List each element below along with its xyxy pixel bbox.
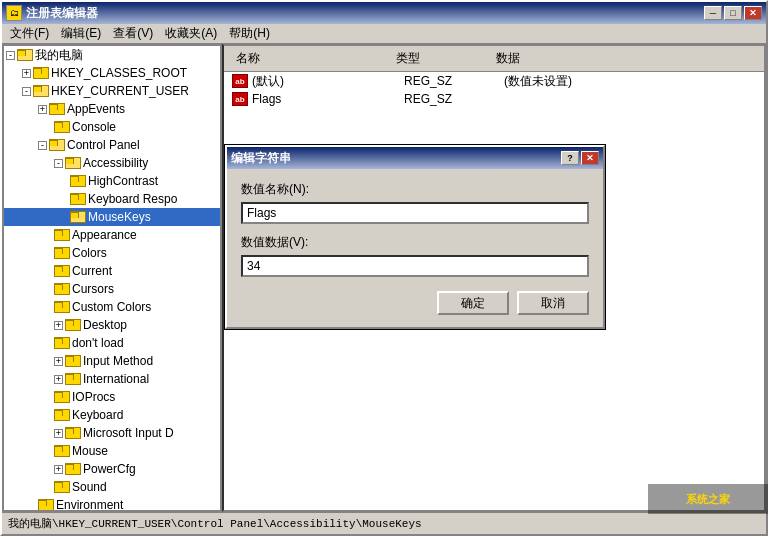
tree-node-dont-load[interactable]: don't load [4, 334, 220, 352]
menu-file[interactable]: 文件(F) [4, 23, 55, 44]
col-header-name: 名称 [232, 48, 392, 69]
dialog-title-bar: 编辑字符串 ? ✕ [227, 147, 603, 169]
tree-node-environment[interactable]: Environment [4, 496, 220, 512]
tree-panel[interactable]: - 我的电脑 + HKEY_CLASSES_ROOT - HKEY_CURREN… [2, 44, 222, 512]
reg-name-flags: Flags [252, 92, 404, 106]
node-label-accessibility: Accessibility [83, 156, 148, 170]
tree-node-accessibility[interactable]: - Accessibility [4, 154, 220, 172]
folder-icon-environment [38, 498, 54, 512]
tree-node-international[interactable]: + International [4, 370, 220, 388]
node-label-current: Current [72, 264, 112, 278]
node-label-international: International [83, 372, 149, 386]
node-label-keyboard-respo: Keyboard Respo [88, 192, 177, 206]
expand-microsoft-input[interactable]: + [54, 429, 63, 438]
menu-view[interactable]: 查看(V) [107, 23, 159, 44]
folder-icon-colors [54, 246, 70, 260]
folder-icon-current [54, 264, 70, 278]
maximize-button[interactable]: □ [724, 6, 742, 20]
folder-icon-input-method [65, 354, 81, 368]
tree-node-desktop[interactable]: + Desktop [4, 316, 220, 334]
reg-name-default: (默认) [252, 73, 404, 90]
folder-icon-desktop [65, 318, 81, 332]
dialog-data-input[interactable] [241, 255, 589, 277]
registry-item-default[interactable]: ab (默认) REG_SZ (数值未设置) [224, 72, 764, 90]
folder-icon-hkey-current-user [33, 84, 49, 98]
expand-international[interactable]: + [54, 375, 63, 384]
tree-node-colors[interactable]: Colors [4, 244, 220, 262]
expand-input-method[interactable]: + [54, 357, 63, 366]
col-header-type: 类型 [392, 48, 492, 69]
expand-powercfg[interactable]: + [54, 465, 63, 474]
expand-my-computer[interactable]: - [6, 51, 15, 60]
folder-icon-microsoft-input [65, 426, 81, 440]
folder-icon-hkey-classes [33, 66, 49, 80]
right-panel-header: 名称 类型 数据 [224, 46, 764, 72]
title-bar: 🗂 注册表编辑器 ─ □ ✕ [2, 2, 766, 24]
menu-edit[interactable]: 编辑(E) [55, 23, 107, 44]
dialog-ok-button[interactable]: 确定 [437, 291, 509, 315]
dialog-data-label: 数值数据(V): [241, 234, 589, 251]
tree-node-hkey-current-user[interactable]: - HKEY_CURRENT_USER [4, 82, 220, 100]
menu-help[interactable]: 帮助(H) [223, 23, 276, 44]
tree-node-ioprocs[interactable]: IOProcs [4, 388, 220, 406]
window-title: 注册表编辑器 [26, 5, 98, 22]
registry-item-flags[interactable]: ab Flags REG_SZ [224, 90, 764, 108]
node-label-console: Console [72, 120, 116, 134]
tree-node-powercfg[interactable]: + PowerCfg [4, 460, 220, 478]
node-label-hkey-classes: HKEY_CLASSES_ROOT [51, 66, 187, 80]
folder-icon-appearance [54, 228, 70, 242]
dialog-name-label: 数值名称(N): [241, 181, 589, 198]
tree-node-hkey-classes[interactable]: + HKEY_CLASSES_ROOT [4, 64, 220, 82]
expand-hkey-classes[interactable]: + [22, 69, 31, 78]
node-label-sound: Sound [72, 480, 107, 494]
tree-node-keyboard[interactable]: Keyboard [4, 406, 220, 424]
tree-node-console[interactable]: Console [4, 118, 220, 136]
folder-icon-console [54, 120, 70, 134]
expand-appevents[interactable]: + [38, 105, 47, 114]
dialog-help-button[interactable]: ? [561, 151, 579, 165]
tree-node-microsoft-input[interactable]: + Microsoft Input D [4, 424, 220, 442]
menu-favorites[interactable]: 收藏夹(A) [159, 23, 223, 44]
node-label-my-computer: 我的电脑 [35, 47, 83, 64]
folder-icon-my-computer [17, 48, 33, 62]
tree-node-my-computer[interactable]: - 我的电脑 [4, 46, 220, 64]
node-label-appevents: AppEvents [67, 102, 125, 116]
tree-node-appearance[interactable]: Appearance [4, 226, 220, 244]
folder-icon-keyboard-respo [70, 192, 86, 206]
expand-desktop[interactable]: + [54, 321, 63, 330]
folder-icon-appevents [49, 102, 65, 116]
dialog-body: 数值名称(N): 数值数据(V): 确定 取消 [227, 169, 603, 327]
folder-icon-mouse [54, 444, 70, 458]
node-label-custom-colors: Custom Colors [72, 300, 151, 314]
tree-node-custom-colors[interactable]: Custom Colors [4, 298, 220, 316]
tree-node-current[interactable]: Current [4, 262, 220, 280]
reg-icon-default: ab [232, 74, 248, 88]
expand-control-panel[interactable]: - [38, 141, 47, 150]
tree-node-appevents[interactable]: + AppEvents [4, 100, 220, 118]
node-label-mousekeys: MouseKeys [88, 210, 151, 224]
dialog-name-input[interactable] [241, 202, 589, 224]
node-label-environment: Environment [56, 498, 123, 512]
dialog-close-button[interactable]: ✕ [581, 151, 599, 165]
tree-node-highcontrast[interactable]: HighContrast [4, 172, 220, 190]
expand-accessibility[interactable]: - [54, 159, 63, 168]
tree-node-input-method[interactable]: + Input Method [4, 352, 220, 370]
tree-node-sound[interactable]: Sound [4, 478, 220, 496]
expand-hkey-current-user[interactable]: - [22, 87, 31, 96]
reg-type-default: REG_SZ [404, 74, 504, 88]
tree-node-mouse[interactable]: Mouse [4, 442, 220, 460]
folder-icon-custom-colors [54, 300, 70, 314]
tree-node-cursors[interactable]: Cursors [4, 280, 220, 298]
edit-string-dialog: 编辑字符串 ? ✕ 数值名称(N): 数值数据(V): 确定 取消 [225, 145, 605, 329]
tree-node-keyboard-respo[interactable]: Keyboard Respo [4, 190, 220, 208]
close-button[interactable]: ✕ [744, 6, 762, 20]
dialog-cancel-button[interactable]: 取消 [517, 291, 589, 315]
node-label-keyboard: Keyboard [72, 408, 123, 422]
tree-node-control-panel[interactable]: - Control Panel [4, 136, 220, 154]
reg-type-flags: REG_SZ [404, 92, 504, 106]
reg-icon-flags: ab [232, 92, 248, 106]
folder-icon-keyboard [54, 408, 70, 422]
folder-icon-international [65, 372, 81, 386]
minimize-button[interactable]: ─ [704, 6, 722, 20]
tree-node-mousekeys[interactable]: MouseKeys [4, 208, 220, 226]
